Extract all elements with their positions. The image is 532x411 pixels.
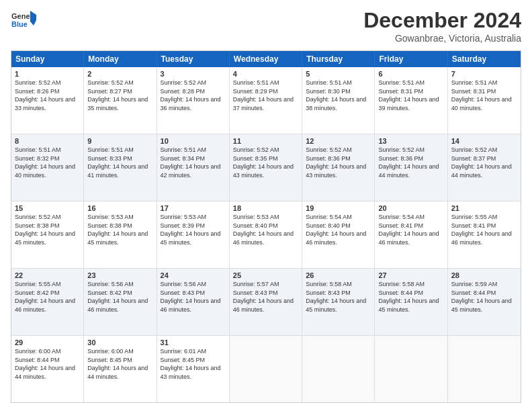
day-23: 23 Sunrise: 5:56 AM Sunset: 8:42 PM Dayl… bbox=[84, 269, 157, 335]
day-22: 22 Sunrise: 5:55 AM Sunset: 8:42 PM Dayl… bbox=[11, 269, 84, 335]
empty-cell-4 bbox=[448, 336, 521, 402]
day-1: 1 Sunrise: 5:52 AM Sunset: 8:26 PM Dayli… bbox=[11, 67, 84, 134]
day-21: 21 Sunrise: 5:55 AM Sunset: 8:41 PM Dayl… bbox=[448, 201, 521, 268]
day-15: 15 Sunrise: 5:52 AM Sunset: 8:38 PM Dayl… bbox=[11, 201, 84, 268]
day-20: 20 Sunrise: 5:54 AM Sunset: 8:41 PM Dayl… bbox=[375, 201, 447, 268]
header-tuesday: Tuesday bbox=[157, 51, 230, 67]
day-10: 10 Sunrise: 5:51 AM Sunset: 8:34 PM Dayl… bbox=[157, 134, 230, 201]
logo: General Blue bbox=[11, 8, 36, 34]
title-area: December 2024 Gowanbrae, Victoria, Austr… bbox=[363, 8, 521, 44]
empty-cell-3 bbox=[375, 336, 447, 402]
day-14: 14 Sunrise: 5:52 AM Sunset: 8:37 PM Dayl… bbox=[448, 134, 521, 201]
day-25: 25 Sunrise: 5:57 AM Sunset: 8:43 PM Dayl… bbox=[230, 269, 302, 335]
day-24: 24 Sunrise: 5:56 AM Sunset: 8:43 PM Dayl… bbox=[157, 269, 230, 335]
week-row-3: 15 Sunrise: 5:52 AM Sunset: 8:38 PM Dayl… bbox=[11, 201, 521, 269]
header-friday: Friday bbox=[375, 51, 447, 67]
day-17: 17 Sunrise: 5:53 AM Sunset: 8:39 PM Dayl… bbox=[157, 201, 230, 268]
calendar: Sunday Monday Tuesday Wednesday Thursday… bbox=[11, 50, 521, 403]
header-saturday: Saturday bbox=[448, 51, 521, 67]
header: General Blue December 2024 Gowanbrae, Vi… bbox=[11, 8, 521, 44]
day-13: 13 Sunrise: 5:52 AM Sunset: 8:36 PM Dayl… bbox=[375, 134, 447, 201]
day-30: 30 Sunrise: 6:00 AM Sunset: 8:45 PM Dayl… bbox=[84, 336, 157, 402]
day-16: 16 Sunrise: 5:53 AM Sunset: 8:38 PM Dayl… bbox=[84, 201, 157, 268]
day-8: 8 Sunrise: 5:51 AM Sunset: 8:32 PM Dayli… bbox=[11, 134, 84, 201]
day-27: 27 Sunrise: 5:58 AM Sunset: 8:44 PM Dayl… bbox=[375, 269, 447, 335]
location: Gowanbrae, Victoria, Australia bbox=[363, 33, 521, 44]
empty-cell-2 bbox=[302, 336, 375, 402]
day-19: 19 Sunrise: 5:54 AM Sunset: 8:40 PM Dayl… bbox=[302, 201, 375, 268]
week-row-1: 1 Sunrise: 5:52 AM Sunset: 8:26 PM Dayli… bbox=[11, 67, 521, 134]
day-26: 26 Sunrise: 5:58 AM Sunset: 8:43 PM Dayl… bbox=[302, 269, 375, 335]
calendar-body: 1 Sunrise: 5:52 AM Sunset: 8:26 PM Dayli… bbox=[11, 67, 521, 402]
day-9: 9 Sunrise: 5:51 AM Sunset: 8:33 PM Dayli… bbox=[84, 134, 157, 201]
calendar-header: Sunday Monday Tuesday Wednesday Thursday… bbox=[11, 51, 521, 67]
day-11: 11 Sunrise: 5:52 AM Sunset: 8:35 PM Dayl… bbox=[230, 134, 302, 201]
header-thursday: Thursday bbox=[302, 51, 375, 67]
week-row-4: 22 Sunrise: 5:55 AM Sunset: 8:42 PM Dayl… bbox=[11, 269, 521, 336]
page: General Blue December 2024 Gowanbrae, Vi… bbox=[0, 0, 532, 411]
day-7: 7 Sunrise: 5:51 AM Sunset: 8:31 PM Dayli… bbox=[448, 67, 521, 134]
day-18: 18 Sunrise: 5:53 AM Sunset: 8:40 PM Dayl… bbox=[230, 201, 302, 268]
svg-text:Blue: Blue bbox=[11, 20, 28, 28]
day-3: 3 Sunrise: 5:52 AM Sunset: 8:28 PM Dayli… bbox=[157, 67, 230, 134]
day-2: 2 Sunrise: 5:52 AM Sunset: 8:27 PM Dayli… bbox=[84, 67, 157, 134]
month-title: December 2024 bbox=[363, 8, 521, 33]
day-5: 5 Sunrise: 5:51 AM Sunset: 8:30 PM Dayli… bbox=[302, 67, 375, 134]
week-row-2: 8 Sunrise: 5:51 AM Sunset: 8:32 PM Dayli… bbox=[11, 134, 521, 201]
day-12: 12 Sunrise: 5:52 AM Sunset: 8:36 PM Dayl… bbox=[302, 134, 375, 201]
header-sunday: Sunday bbox=[11, 51, 84, 67]
day-4: 4 Sunrise: 5:51 AM Sunset: 8:29 PM Dayli… bbox=[230, 67, 302, 134]
week-row-5: 29 Sunrise: 6:00 AM Sunset: 8:44 PM Dayl… bbox=[11, 336, 521, 402]
header-monday: Monday bbox=[84, 51, 157, 67]
day-31: 31 Sunrise: 6:01 AM Sunset: 8:45 PM Dayl… bbox=[157, 336, 230, 402]
day-29: 29 Sunrise: 6:00 AM Sunset: 8:44 PM Dayl… bbox=[11, 336, 84, 402]
header-wednesday: Wednesday bbox=[230, 51, 302, 67]
empty-cell-1 bbox=[230, 336, 302, 402]
day-6: 6 Sunrise: 5:51 AM Sunset: 8:31 PM Dayli… bbox=[375, 67, 447, 134]
day-28: 28 Sunrise: 5:59 AM Sunset: 8:44 PM Dayl… bbox=[448, 269, 521, 335]
